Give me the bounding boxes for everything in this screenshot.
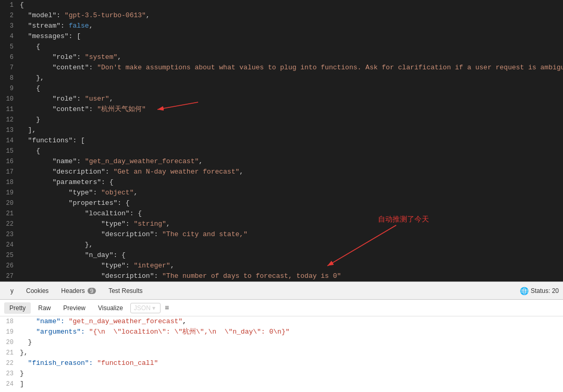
top-line-13: 13 ], [0, 125, 563, 136]
headers-badge: 9 [88, 288, 96, 294]
bottom-line-22: 22 "finish_reason": "function_call" [0, 358, 563, 369]
top-line-17: 17 "description": "Get an N-day weather … [0, 167, 563, 177]
bottom-panel: y Cookies Headers 9 Test Results 🌐 Statu… [0, 281, 563, 392]
top-line-26: 26 "type": "integer", [0, 261, 563, 271]
top-line-10: 10 "role": "user", [0, 94, 563, 104]
line-content: "properties": { [20, 198, 563, 209]
line-number: 26 [0, 261, 20, 271]
line-number: 14 [0, 136, 20, 146]
line-content: "name": "get_n_day_weather_forecast", [20, 316, 563, 327]
status-area: 🌐 Status: 20 [520, 287, 559, 295]
line-content: "type": "integer", [20, 261, 563, 271]
top-line-15: 15 { [0, 146, 563, 156]
line-number: 20 [0, 198, 20, 209]
line-content: } [20, 115, 563, 125]
top-code-panel: 1{2 "model": "gpt-3.5-turbo-0613",3 "str… [0, 0, 563, 281]
line-number: 13 [0, 125, 20, 136]
bottom-line-20: 20 } [0, 337, 563, 348]
line-number: 19 [0, 188, 20, 198]
line-content: ], [20, 125, 563, 136]
top-line-11: 11 "content": "杭州天气如何" [0, 104, 563, 115]
bottom-line-18: 18 "name": "get_n_day_weather_forecast", [0, 316, 563, 327]
line-number: 15 [0, 146, 20, 156]
bottom-code-area: 18 "name": "get_n_day_weather_forecast",… [0, 316, 563, 392]
line-number: 25 [0, 250, 20, 261]
top-line-1: 1{ [0, 0, 563, 10]
line-number: 19 [0, 327, 20, 337]
line-number: 21 [0, 348, 20, 358]
tab-y[interactable]: y [4, 284, 20, 298]
line-content: "parameters": { [20, 177, 563, 188]
subtabs-bar: Pretty Raw Preview Visualize JSON ▾ ≡ [0, 300, 563, 316]
line-content: "n_day": { [20, 250, 563, 261]
subtab-preview[interactable]: Preview [58, 302, 91, 314]
top-line-27: 27 "description": "The number of days to… [0, 271, 563, 281]
top-line-9: 9 { [0, 83, 563, 94]
line-number: 17 [0, 167, 20, 177]
chevron-down-icon: ▾ [152, 304, 155, 312]
top-line-23: 23 "description": "The city and state," [0, 229, 563, 240]
line-content: "description": "The number of days to fo… [20, 271, 563, 281]
line-content: { [20, 83, 563, 94]
line-content: }, [20, 240, 563, 250]
subtab-pretty[interactable]: Pretty [4, 302, 31, 314]
line-content: "description": "The city and state," [20, 229, 563, 240]
top-line-4: 4 "messages": [ [0, 31, 563, 42]
line-number: 24 [0, 379, 20, 389]
tab-cookies[interactable]: Cookies [20, 284, 55, 298]
line-content: "arguments": "{\n \"localtion\": \"杭州\",… [20, 327, 563, 337]
line-number: 27 [0, 271, 20, 281]
code-area-top: 1{2 "model": "gpt-3.5-turbo-0613",3 "str… [0, 0, 563, 281]
line-content: "description": "Get an N-day weather for… [20, 167, 563, 177]
status-icon: 🌐 [520, 287, 529, 295]
line-content: } [20, 369, 563, 379]
main-tabs-bar: y Cookies Headers 9 Test Results 🌐 Statu… [0, 282, 563, 300]
line-content: "content": "杭州天气如何" [20, 104, 563, 115]
line-number: 4 [0, 31, 20, 42]
subtab-raw[interactable]: Raw [33, 302, 56, 314]
top-line-3: 3 "stream": false, [0, 21, 563, 31]
tab-test-results[interactable]: Test Results [102, 284, 149, 298]
subtab-visualize[interactable]: Visualize [93, 302, 128, 314]
bottom-line-23: 23} [0, 369, 563, 379]
top-line-5: 5 { [0, 42, 563, 52]
line-number: 22 [0, 219, 20, 229]
line-number: 9 [0, 83, 20, 94]
top-line-22: 22 "type": "string", [0, 219, 563, 229]
line-content: "content": "Don't make assumptions about… [20, 63, 563, 73]
line-content: "type": "string", [20, 219, 563, 229]
line-number: 10 [0, 94, 20, 104]
line-number: 2 [0, 10, 20, 21]
line-number: 21 [0, 209, 20, 219]
filter-icon[interactable]: ≡ [165, 304, 169, 312]
line-content: ] [20, 379, 563, 389]
line-content: } [20, 337, 563, 348]
top-line-25: 25 "n_day": { [0, 250, 563, 261]
top-line-24: 24 }, [0, 240, 563, 250]
line-content: "role": "user", [20, 94, 563, 104]
top-line-8: 8 }, [0, 73, 563, 83]
line-content: "model": "gpt-3.5-turbo-0613", [20, 10, 563, 21]
json-dropdown[interactable]: JSON ▾ [130, 303, 161, 313]
line-content: { [20, 42, 563, 52]
line-number: 3 [0, 21, 20, 31]
line-number: 12 [0, 115, 20, 125]
line-number: 8 [0, 73, 20, 83]
top-line-19: 19 "type": "object", [0, 188, 563, 198]
top-line-14: 14 "functions": [ [0, 136, 563, 146]
line-number: 22 [0, 358, 20, 369]
line-content: "role": "system", [20, 52, 563, 63]
line-number: 18 [0, 177, 20, 188]
bottom-line-24: 24] [0, 379, 563, 389]
line-number: 23 [0, 369, 20, 379]
top-line-20: 20 "properties": { [0, 198, 563, 209]
top-line-6: 6 "role": "system", [0, 52, 563, 63]
tab-headers[interactable]: Headers 9 [55, 284, 102, 298]
line-number: 5 [0, 42, 20, 52]
top-line-12: 12 } [0, 115, 563, 125]
line-number: 23 [0, 229, 20, 240]
line-content: }, [20, 348, 563, 358]
line-content: "type": "object", [20, 188, 563, 198]
top-line-2: 2 "model": "gpt-3.5-turbo-0613", [0, 10, 563, 21]
bottom-line-19: 19 "arguments": "{\n \"localtion\": \"杭州… [0, 327, 563, 337]
